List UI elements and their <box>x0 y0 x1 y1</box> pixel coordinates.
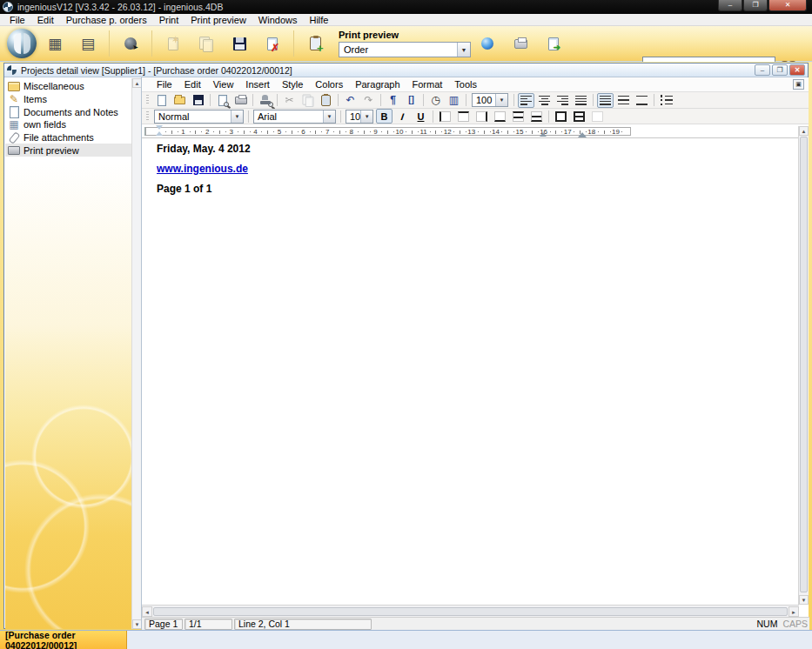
scroll-down-icon[interactable]: ▼ <box>132 619 141 629</box>
insert-time-button[interactable]: ◷ <box>427 93 444 108</box>
menu-windows[interactable]: Windows <box>252 14 304 26</box>
new-document-button[interactable] <box>153 93 170 108</box>
child-titlebar[interactable]: Projects detail view [Supplier1] - [Purc… <box>4 64 808 77</box>
border-middle-bottom-button[interactable] <box>528 109 545 124</box>
insert-date-button[interactable]: ▥ <box>446 93 462 108</box>
border-none-button[interactable] <box>589 109 606 124</box>
sidebar-item-documents-and-notes[interactable]: Documents and Notes <box>5 105 131 118</box>
italic-button[interactable]: I <box>393 109 412 124</box>
zoom-select[interactable]: 100 ▼ <box>472 93 508 107</box>
chevron-down-icon[interactable]: ▼ <box>360 110 372 123</box>
editor-menu-style[interactable]: Style <box>276 79 309 90</box>
data-grid-button[interactable]: ▦ <box>40 29 70 58</box>
undo-button[interactable]: ↶ <box>342 93 359 108</box>
delete-record-button[interactable]: ✗ <box>258 29 287 58</box>
insert-field-button[interactable]: [] <box>403 93 419 108</box>
report-export-button[interactable]: ➜ <box>539 29 568 58</box>
border-bottom-button[interactable] <box>492 109 508 124</box>
minimize-button[interactable]: – <box>718 0 742 11</box>
record-table-button[interactable]: ▤ <box>73 29 103 58</box>
print-button[interactable] <box>232 93 249 108</box>
child-close-button[interactable]: ✕ <box>789 64 805 76</box>
save-record-button[interactable] <box>225 29 254 58</box>
style-select[interactable]: Normal ▼ <box>154 110 244 124</box>
first-line-indent-marker[interactable] <box>156 125 163 130</box>
border-top-middle-button[interactable] <box>510 109 527 124</box>
spacing-1-5-button[interactable] <box>615 93 632 108</box>
scrollbar-thumb[interactable] <box>153 607 788 616</box>
right-indent-marker[interactable] <box>578 132 587 137</box>
indent-marker-16[interactable] <box>540 132 547 137</box>
vertical-scrollbar[interactable]: ▲ ▼ <box>798 126 809 605</box>
child-minimize-button[interactable]: – <box>755 64 770 76</box>
left-indent-marker[interactable] <box>156 131 163 136</box>
duplicate-record-button[interactable] <box>191 29 221 58</box>
font-size-select[interactable]: 10 ▼ <box>346 110 373 124</box>
sidebar-item-file-attachments[interactable]: File attachments <box>5 131 131 144</box>
editor-menu-format[interactable]: Format <box>406 79 449 90</box>
align-left-button[interactable] <box>518 93 534 108</box>
sidebar-item-print-preview[interactable]: Print preview <box>5 144 131 157</box>
editor-menu-paragraph[interactable]: Paragraph <box>349 79 406 90</box>
report-select[interactable]: Order ▼ <box>339 42 471 57</box>
chevron-down-icon[interactable]: ▼ <box>231 110 243 123</box>
toolbar-grip[interactable] <box>146 111 149 122</box>
border-box-middle-button[interactable] <box>571 109 587 124</box>
sidebar-scrollbar[interactable]: ▲ ▼ <box>131 78 141 629</box>
close-button[interactable]: ✕ <box>768 0 807 11</box>
scroll-up-icon[interactable]: ▲ <box>132 78 141 88</box>
print-preview-button[interactable] <box>214 93 231 108</box>
menu-file[interactable]: File <box>3 14 31 26</box>
align-right-button[interactable] <box>554 93 571 108</box>
chevron-down-icon[interactable]: ▼ <box>457 43 470 57</box>
redo-button[interactable]: ↷ <box>360 93 377 108</box>
app-logo-button[interactable] <box>2 29 37 58</box>
editor-menu-tools[interactable]: Tools <box>448 79 483 90</box>
border-right-button[interactable] <box>473 109 490 124</box>
copy-button[interactable] <box>299 93 316 108</box>
web-record-button[interactable] <box>116 29 145 58</box>
cut-button[interactable]: ✂ <box>281 93 298 108</box>
new-record-button[interactable]: ✶ <box>158 29 188 58</box>
editor-menu-insert[interactable]: Insert <box>239 79 276 90</box>
bold-button[interactable]: B <box>376 109 393 124</box>
menu-print[interactable]: Print <box>153 14 185 26</box>
bullet-list-button[interactable] <box>658 93 674 108</box>
report-web-button[interactable] <box>473 29 502 58</box>
editor-maximize-button[interactable]: ▣ <box>793 79 804 90</box>
scroll-down-icon[interactable]: ▼ <box>799 595 809 605</box>
paste-button[interactable] <box>318 93 334 108</box>
restore-button[interactable]: ❐ <box>743 0 768 11</box>
scroll-right-icon[interactable]: ► <box>789 606 799 617</box>
align-center-button[interactable] <box>536 93 553 108</box>
border-box-button[interactable] <box>553 109 569 124</box>
toolbar-grip[interactable] <box>146 95 149 105</box>
report-print-button[interactable] <box>506 29 535 58</box>
document-page[interactable]: Friday, May. 4 2012www.ingenious.dePage … <box>142 138 799 605</box>
sidebar-item-own-fields[interactable]: own fields <box>5 118 131 131</box>
menu-print-preview[interactable]: Print preview <box>185 14 252 26</box>
chevron-down-icon[interactable]: ▼ <box>495 94 507 106</box>
active-window-button[interactable]: [Purchase order 04022012/00012] <box>0 631 127 649</box>
editor-menu-edit[interactable]: Edit <box>178 79 207 90</box>
editor-menu-view[interactable]: View <box>207 79 240 90</box>
underline-button[interactable]: U <box>413 109 429 124</box>
align-justify-button[interactable] <box>573 93 589 108</box>
editor-menu-colors[interactable]: Colors <box>309 79 349 90</box>
border-left-button[interactable] <box>437 109 453 124</box>
sidebar-item-miscellaneous[interactable]: Miscellaneous <box>5 80 131 93</box>
scrollbar-thumb[interactable] <box>800 137 808 592</box>
save-document-button[interactable] <box>190 93 206 108</box>
font-select[interactable]: Arial ▼ <box>253 110 336 124</box>
child-restore-button[interactable]: ❐ <box>772 64 788 76</box>
paste-new-record-button[interactable]: + <box>300 29 330 58</box>
scroll-up-icon[interactable]: ▲ <box>799 126 809 136</box>
sidebar-item-items[interactable]: Items <box>5 93 131 106</box>
open-document-button[interactable] <box>171 93 188 108</box>
show-formatting-button[interactable]: ¶ <box>385 93 401 108</box>
stamp-tool-button[interactable] <box>257 93 273 108</box>
scroll-left-icon[interactable]: ◄ <box>142 606 152 617</box>
spacing-single-button[interactable] <box>597 93 614 108</box>
chevron-down-icon[interactable]: ▼ <box>323 110 335 123</box>
menu-edit[interactable]: Edit <box>31 14 60 26</box>
